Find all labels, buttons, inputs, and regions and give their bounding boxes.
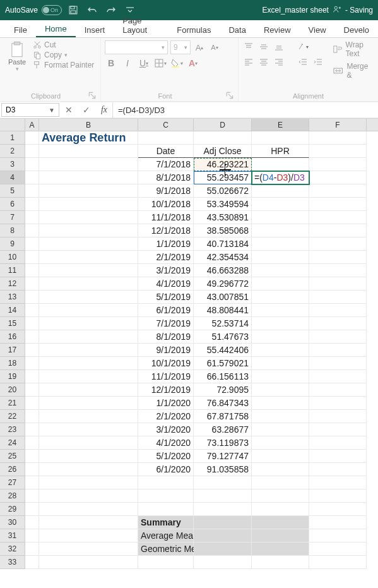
cell-A31[interactable] [25,529,39,543]
cell-A9[interactable] [25,237,39,251]
row-header-28[interactable]: 28 [0,489,25,503]
cell-C31[interactable]: Average Mean Return [138,529,194,543]
row-header-14[interactable]: 14 [0,304,25,317]
cell-D4[interactable]: 55.293457 [194,171,252,184]
cell-A16[interactable] [25,330,39,344]
cell-C11[interactable]: 3/1/2019 [138,264,194,277]
row-header-21[interactable]: 21 [0,397,25,410]
cell-F12[interactable] [309,277,367,291]
cell-E15[interactable] [252,317,309,330]
row-header-23[interactable]: 23 [0,423,25,436]
row-header-25[interactable]: 25 [0,450,25,463]
font-dialog-launcher-icon[interactable] [225,91,234,100]
cell-D15[interactable]: 52.53714 [194,317,252,330]
cell-A18[interactable] [25,357,39,370]
cell-D17[interactable]: 55.442406 [194,344,252,357]
row-header-16[interactable]: 16 [0,330,25,344]
cell-C23[interactable]: 3/1/2020 [138,423,194,436]
cell-F25[interactable] [309,450,367,463]
cell-A25[interactable] [25,450,39,463]
cell-A29[interactable] [25,503,39,516]
cell-B24[interactable] [39,436,138,450]
cell-C22[interactable]: 2/1/2020 [138,410,194,423]
col-header-F[interactable]: F [309,119,367,131]
cell-B1[interactable]: Average Return [39,131,138,145]
cell-A5[interactable] [25,184,39,198]
cell-B29[interactable] [39,503,138,516]
cell-C9[interactable]: 1/1/2019 [138,237,194,251]
cell-F18[interactable] [309,357,367,370]
row-header-32[interactable]: 32 [0,543,25,556]
format-painter-button[interactable]: Format Painter [33,61,94,69]
cell-C12[interactable]: 4/1/2019 [138,277,194,291]
row-header-4[interactable]: 4 [0,171,25,184]
cell-D21[interactable]: 76.847343 [194,397,252,410]
cell-D19[interactable]: 66.156113 [194,370,252,383]
cell-E13[interactable] [252,291,309,304]
cell-B6[interactable] [39,198,138,211]
borders-icon[interactable]: ▾ [154,57,167,69]
cell-F8[interactable] [309,224,367,237]
row-header-8[interactable]: 8 [0,224,25,237]
cell-D7[interactable]: 43.530891 [194,211,252,224]
tab-insert[interactable]: Insert [76,22,114,37]
cell-F9[interactable] [309,237,367,251]
cell-F11[interactable] [309,264,367,277]
row-header-6[interactable]: 6 [0,198,25,211]
cell-C28[interactable] [138,489,194,503]
tab-data[interactable]: Data [220,22,254,37]
cell-B23[interactable] [39,423,138,436]
cell-D24[interactable]: 73.119873 [194,436,252,450]
cell-E21[interactable] [252,397,309,410]
cell-D11[interactable]: 46.663288 [194,264,252,277]
underline-button[interactable]: U▾ [138,57,150,69]
cell-C14[interactable]: 6/1/2019 [138,304,194,317]
cell-A7[interactable] [25,211,39,224]
cell-D18[interactable]: 61.579021 [194,357,252,370]
cell-B3[interactable] [39,158,138,171]
cell-F7[interactable] [309,211,367,224]
cell-D30[interactable] [194,516,252,529]
tab-file[interactable]: File [5,22,36,37]
increase-indent-icon[interactable] [312,56,324,68]
cell-C13[interactable]: 5/1/2019 [138,291,194,304]
cell-E4[interactable]: =(D4-D3)/D3 [252,171,309,184]
cell-A23[interactable] [25,423,39,436]
cell-B19[interactable] [39,370,138,383]
cell-B15[interactable] [39,317,138,330]
cell-A4[interactable] [25,171,39,184]
cell-E32[interactable] [252,543,309,556]
cell-E29[interactable] [252,503,309,516]
cell-B8[interactable] [39,224,138,237]
row-header-2[interactable]: 2 [0,145,25,158]
align-top-icon[interactable] [242,40,255,53]
wrap-text-button[interactable]: Wrap Text [333,40,374,58]
cell-A19[interactable] [25,370,39,383]
insert-function-icon[interactable]: fx [98,105,110,115]
bold-button[interactable]: B [105,57,117,69]
col-header-B[interactable]: B [39,119,138,131]
cell-C2[interactable]: Date [138,145,194,158]
cell-B27[interactable] [39,476,138,489]
cell-D23[interactable]: 63.28677 [194,423,252,436]
row-header-30[interactable]: 30 [0,516,25,529]
cell-C33[interactable] [138,556,194,569]
tab-home[interactable]: Home [36,21,76,37]
row-header-15[interactable]: 15 [0,317,25,330]
cell-F27[interactable] [309,476,367,489]
cell-C3[interactable]: 7/1/2018 [138,158,194,171]
cancel-formula-icon[interactable]: ✕ [63,105,74,115]
decrease-indent-icon[interactable] [297,56,309,68]
cell-F30[interactable] [309,516,367,529]
cell-C29[interactable] [138,503,194,516]
align-bottom-icon[interactable] [273,40,285,53]
cell-E23[interactable] [252,423,309,436]
row-header-1[interactable]: 1 [0,131,25,145]
row-header-26[interactable]: 26 [0,463,25,476]
cell-F14[interactable] [309,304,367,317]
tab-view[interactable]: View [300,22,335,37]
enter-formula-icon[interactable]: ✓ [81,105,92,115]
cell-B28[interactable] [39,489,138,503]
cell-A1[interactable] [25,131,39,145]
cell-F5[interactable] [309,184,367,198]
